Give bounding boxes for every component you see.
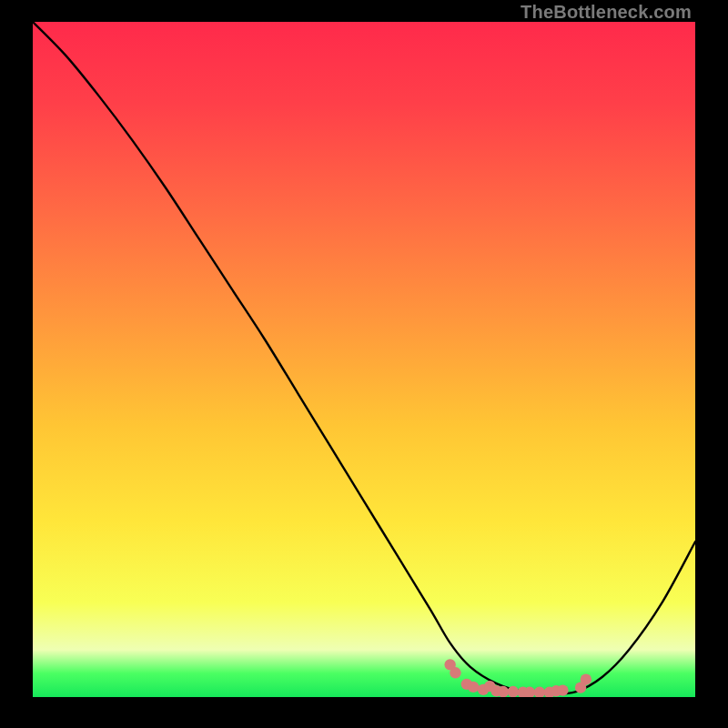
chart-background — [33, 22, 695, 697]
chart-frame — [33, 22, 695, 697]
marker-dot — [508, 686, 519, 697]
marker-dot — [581, 674, 592, 685]
marker-dot — [557, 684, 568, 695]
marker-dot — [450, 667, 460, 678]
chart-svg — [33, 22, 695, 697]
watermark-text: TheBottleneck.com — [521, 2, 692, 23]
marker-dot — [468, 682, 479, 693]
marker-dot — [498, 686, 509, 697]
